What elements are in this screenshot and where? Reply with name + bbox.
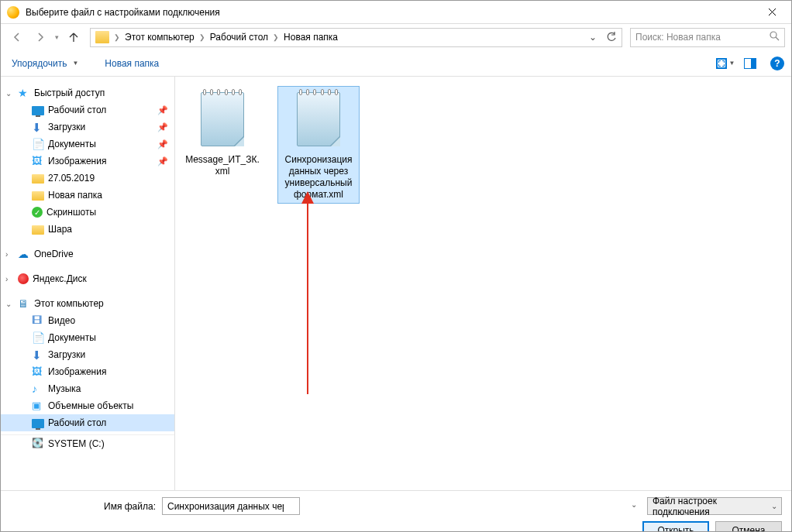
sidebar-onedrive[interactable]: ›☁OneDrive	[1, 245, 174, 263]
xml-file-icon	[195, 89, 250, 151]
chevron-down-icon[interactable]: ⌄	[631, 500, 637, 509]
refresh-button[interactable]	[603, 29, 620, 46]
sidebar-date-folder[interactable]: 27.05.2019	[1, 170, 174, 187]
breadcrumb-pc[interactable]: Этот компьютер	[122, 30, 198, 44]
up-button[interactable]	[64, 27, 84, 47]
desktop-icon	[32, 419, 44, 428]
sidebar-yandex-disk[interactable]: ›Яндекс.Диск	[1, 270, 174, 287]
pin-icon: 📌	[157, 122, 168, 132]
breadcrumb-folder[interactable]: Новая папка	[281, 30, 341, 44]
search-input[interactable]: Поиск: Новая папка	[630, 28, 785, 47]
file-label: Синхронизация данных через универсальный…	[281, 154, 356, 201]
file-label: Message_ИТ_ЗК.xml	[184, 154, 260, 177]
window-title: Выберите файл с настройками подключения	[26, 7, 755, 18]
cloud-icon: ☁	[18, 248, 30, 260]
desktop-icon	[32, 106, 44, 115]
pictures-icon: 🖼	[32, 366, 44, 378]
annotation-arrow	[307, 193, 308, 394]
sidebar-desktop[interactable]: Рабочий стол📌	[1, 101, 174, 118]
download-icon: ⬇	[32, 348, 44, 361]
sidebar-3d-objects[interactable]: ▣Объемные объекты	[1, 397, 174, 414]
chevron-right-icon[interactable]: ❯	[112, 33, 122, 41]
yandex-disk-icon	[18, 273, 29, 284]
cube-icon: ▣	[32, 400, 44, 412]
file-item-selected[interactable]: Синхронизация данных через универсальный…	[277, 86, 360, 204]
document-icon: 📄	[32, 138, 44, 150]
pin-icon: 📌	[157, 156, 168, 166]
sidebar-documents2[interactable]: 📄Документы	[1, 329, 174, 346]
help-button[interactable]: ?	[765, 53, 785, 74]
sidebar-pictures2[interactable]: 🖼Изображения	[1, 363, 174, 380]
chevron-down-icon: ▼	[72, 60, 78, 67]
folder-icon	[32, 225, 44, 235]
search-placeholder: Поиск: Новая папка	[635, 32, 721, 43]
search-icon	[770, 31, 780, 43]
organize-button[interactable]: Упорядочить ▼	[7, 55, 83, 72]
pin-icon: 📌	[157, 105, 168, 115]
document-icon: 📄	[32, 331, 44, 344]
sidebar-pictures[interactable]: 🖼Изображения📌	[1, 153, 174, 170]
sidebar-desktop2[interactable]: Рабочий стол	[1, 414, 174, 431]
sidebar-quick-access[interactable]: ⌄★Быстрый доступ	[1, 84, 174, 101]
sidebar-shara[interactable]: Шара	[1, 221, 174, 238]
new-folder-button[interactable]: Новая папка	[100, 55, 164, 72]
chevron-right-icon[interactable]: ❯	[271, 33, 281, 41]
drive-icon: 💽	[32, 438, 44, 450]
filename-input[interactable]	[162, 497, 300, 515]
sidebar-downloads[interactable]: ⬇Загрузки📌	[1, 118, 174, 136]
app-icon	[7, 6, 19, 19]
music-icon: ♪	[32, 383, 44, 395]
folder-icon	[32, 191, 44, 201]
file-type-filter[interactable]: Файл настроек подключения ⌄	[647, 497, 782, 515]
forward-button[interactable]	[30, 27, 50, 47]
file-list[interactable]: Message_ИТ_ЗК.xml Синхронизация данных ч…	[175, 77, 791, 490]
history-dropdown[interactable]: ▾	[53, 33, 60, 41]
pin-icon: 📌	[157, 139, 168, 149]
sidebar-this-pc[interactable]: ⌄🖥Этот компьютер	[1, 295, 174, 312]
xml-file-icon	[291, 89, 346, 151]
sidebar-downloads2[interactable]: ⬇Загрузки	[1, 346, 174, 363]
folder-icon	[32, 174, 44, 184]
download-icon: ⬇	[32, 121, 44, 133]
address-dropdown[interactable]: ⌄	[584, 29, 601, 46]
chevron-down-icon: ⌄	[771, 502, 777, 510]
view-mode-button[interactable]: ▼	[715, 53, 735, 74]
pc-icon: 🖥	[18, 297, 30, 310]
folder-icon	[95, 31, 109, 43]
video-icon: 🎞	[32, 314, 44, 327]
file-item[interactable]: Message_ИТ_ЗК.xml	[181, 86, 263, 180]
organize-label: Упорядочить	[12, 58, 67, 69]
navigation-tree: ⌄★Быстрый доступ Рабочий стол📌 ⬇Загрузки…	[1, 77, 175, 490]
sidebar-screenshots[interactable]: ✓Скриншоты	[1, 204, 174, 221]
pictures-icon: 🖼	[32, 155, 44, 167]
filename-label: Имя файла:	[104, 501, 156, 512]
check-icon: ✓	[32, 207, 43, 218]
sidebar-documents[interactable]: 📄Документы📌	[1, 136, 174, 153]
sidebar-video[interactable]: 🎞Видео	[1, 312, 174, 329]
cancel-button[interactable]: Отмена	[715, 521, 782, 532]
breadcrumb-desktop[interactable]: Рабочий стол	[207, 30, 271, 44]
star-icon: ★	[18, 87, 30, 99]
filter-label: Файл настроек подключения	[653, 496, 767, 517]
open-button[interactable]: Открыть	[642, 521, 709, 532]
sidebar-new-folder[interactable]: Новая папка	[1, 187, 174, 204]
preview-pane-button[interactable]	[740, 53, 760, 74]
sidebar-music[interactable]: ♪Музыка	[1, 380, 174, 397]
close-button[interactable]	[755, 2, 790, 23]
back-button[interactable]	[7, 27, 27, 47]
address-bar[interactable]: ❯ Этот компьютер ❯ Рабочий стол ❯ Новая …	[90, 28, 622, 47]
sidebar-system-c[interactable]: 💽SYSTEM (C:)	[1, 435, 174, 452]
chevron-right-icon[interactable]: ❯	[198, 33, 207, 41]
svg-point-0	[770, 32, 777, 38]
